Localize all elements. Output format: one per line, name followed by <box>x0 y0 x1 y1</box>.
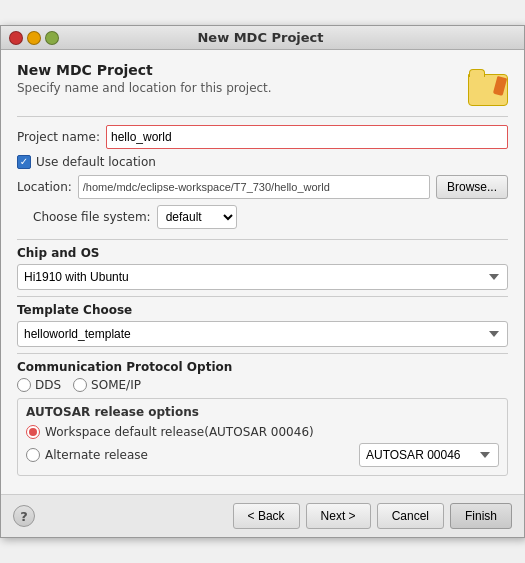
dialog-content: New MDC Project Specify name and locatio… <box>1 50 524 494</box>
use-default-location-row: Use default location <box>17 155 508 169</box>
project-name-row: Project name: <box>17 125 508 149</box>
template-select[interactable]: helloworld_template <box>17 321 508 347</box>
use-default-location-checkbox[interactable] <box>17 155 31 169</box>
alternate-release-row: Alternate release AUTOSAR 00046 <box>26 443 499 467</box>
comm-protocol-row: DDS SOME/IP <box>17 378 508 392</box>
project-name-input[interactable] <box>106 125 508 149</box>
dds-label: DDS <box>35 378 61 392</box>
autosar-title: AUTOSAR release options <box>26 405 499 419</box>
workspace-release-radio[interactable] <box>26 425 40 439</box>
location-input[interactable] <box>78 175 430 199</box>
comm-protocol-section-label: Communication Protocol Option <box>17 353 508 374</box>
chip-os-select[interactable]: Hi1910 with Ubuntu <box>17 264 508 290</box>
window-title: New MDC Project <box>5 30 516 45</box>
chip-os-section-label: Chip and OS <box>17 239 508 260</box>
finish-button[interactable]: Finish <box>450 503 512 529</box>
header-text: New MDC Project Specify name and locatio… <box>17 62 272 95</box>
autosar-version-select[interactable]: AUTOSAR 00046 <box>359 443 499 467</box>
back-button[interactable]: < Back <box>233 503 300 529</box>
dialog-header: New MDC Project Specify name and locatio… <box>17 62 508 106</box>
folder-icon <box>468 74 508 106</box>
divider-1 <box>17 116 508 117</box>
location-label: Location: <box>17 180 72 194</box>
template-row: helloworld_template <box>17 321 508 347</box>
dds-option: DDS <box>17 378 61 392</box>
some-ip-radio[interactable] <box>73 378 87 392</box>
dialog-title: New MDC Project <box>17 62 272 78</box>
cancel-button[interactable]: Cancel <box>377 503 444 529</box>
filesystem-label: Choose file system: <box>33 210 151 224</box>
titlebar: New MDC Project <box>1 26 524 50</box>
use-default-location-label: Use default location <box>36 155 156 169</box>
header-icon <box>460 62 508 106</box>
workspace-release-label: Workspace default release(AUTOSAR 00046) <box>45 425 314 439</box>
chip-os-row: Hi1910 with Ubuntu <box>17 264 508 290</box>
workspace-release-option: Workspace default release(AUTOSAR 00046) <box>26 425 499 439</box>
pencil-icon <box>493 76 507 96</box>
dds-radio[interactable] <box>17 378 31 392</box>
filesystem-row: Choose file system: default <box>17 205 508 229</box>
location-row: Location: Browse... <box>17 175 508 199</box>
project-name-label: Project name: <box>17 130 100 144</box>
help-button[interactable]: ? <box>13 505 35 527</box>
main-window: New MDC Project New MDC Project Specify … <box>0 25 525 538</box>
browse-button[interactable]: Browse... <box>436 175 508 199</box>
some-ip-label: SOME/IP <box>91 378 141 392</box>
next-button[interactable]: Next > <box>306 503 371 529</box>
autosar-section: AUTOSAR release options Workspace defaul… <box>17 398 508 476</box>
template-section-label: Template Choose <box>17 296 508 317</box>
filesystem-select[interactable]: default <box>157 205 237 229</box>
dialog-subtitle: Specify name and location for this proje… <box>17 81 272 95</box>
alternate-release-label: Alternate release <box>45 448 148 462</box>
dialog-footer: ? < Back Next > Cancel Finish <box>1 494 524 537</box>
some-ip-option: SOME/IP <box>73 378 141 392</box>
alternate-release-radio[interactable] <box>26 448 40 462</box>
